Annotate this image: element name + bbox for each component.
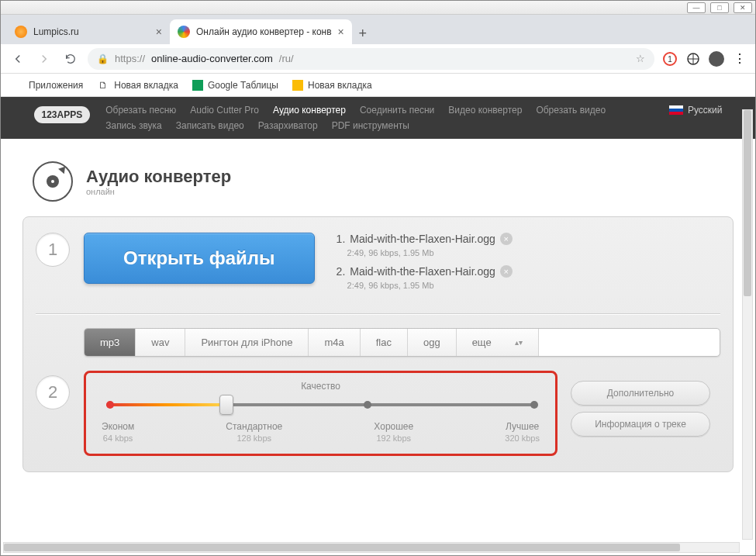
window-minimize-button[interactable]: — (687, 2, 706, 13)
favicon-icon (178, 26, 190, 38)
svg-point-5 (51, 180, 54, 183)
nav-link[interactable]: Соединить песни (360, 105, 434, 116)
format-tab-ogg[interactable]: ogg (408, 329, 457, 356)
window-close-button[interactable]: ✕ (734, 2, 752, 13)
nav-link[interactable]: Обрезать видео (536, 105, 606, 116)
tab-close-icon[interactable]: × (338, 26, 344, 38)
file-index: 1. (337, 233, 346, 245)
back-button[interactable] (9, 50, 27, 68)
flag-icon (669, 105, 683, 115)
nav-link[interactable]: Записать видео (176, 120, 244, 131)
quality-title: Качество (102, 381, 540, 392)
quality-level: Стандартное128 kbps (226, 421, 282, 443)
sheets-icon (192, 80, 203, 91)
page-icon (292, 80, 303, 91)
forward-button[interactable] (35, 50, 54, 68)
star-icon[interactable]: ☆ (636, 53, 645, 64)
disc-icon (32, 161, 74, 202)
slider-tick (106, 401, 114, 409)
remove-file-icon[interactable]: × (500, 233, 513, 245)
vertical-scrollbar[interactable] (742, 109, 753, 540)
quality-selector: Качество Эконом64 kbps Стандартное128 kb… (84, 371, 558, 456)
format-tab-wav[interactable]: wav (136, 329, 185, 356)
open-files-button[interactable]: Открыть файлы (84, 233, 315, 284)
nav-link[interactable]: Audio Cutter Pro (190, 105, 259, 116)
step-number: 1 (36, 233, 70, 267)
lock-icon: 🔒 (97, 54, 109, 64)
bookmark-label: Новая вкладка (114, 80, 178, 91)
window-maximize-button[interactable]: □ (710, 2, 729, 13)
svg-text:1: 1 (668, 55, 672, 64)
file-item: 1. Maid-with-the-Flaxen-Hair.ogg × 2:49,… (337, 233, 513, 257)
bookmark-item[interactable]: Новая вкладка (292, 80, 372, 91)
nav-link[interactable]: Запись звука (105, 120, 162, 131)
advanced-button[interactable]: Дополнительно (571, 381, 710, 406)
new-tab-button[interactable]: + (352, 22, 374, 44)
scrollbar-thumb[interactable] (744, 110, 751, 296)
address-bar[interactable]: 🔒 https://online-audio-converter.com/ru/… (88, 48, 654, 70)
slider-tick (530, 401, 538, 409)
site-header: 123APPS Обрезать песню Audio Cutter Pro … (1, 97, 755, 139)
quality-slider[interactable] (106, 399, 535, 410)
browser-tab[interactable]: Онлайн аудио конвертер - конв × (170, 19, 352, 44)
browser-tab-strip: Lumpics.ru × Онлайн аудио конвертер - ко… (1, 15, 755, 44)
site-logo[interactable]: 123APPS (34, 106, 91, 123)
file-index: 2. (337, 265, 346, 278)
language-selector[interactable]: Русский (669, 105, 723, 116)
main-panel: 1 Открыть файлы 1. Maid-with-the-Flaxen-… (22, 216, 734, 472)
format-tab-m4a[interactable]: m4a (309, 329, 360, 356)
bookmark-label: Google Таблицы (208, 80, 278, 91)
quality-level: Эконом64 kbps (102, 421, 134, 443)
nav-link[interactable]: Видео конвертер (448, 105, 522, 116)
nav-link[interactable]: Аудио конвертер (273, 105, 346, 116)
format-tab-ringtone[interactable]: Рингтон для iPhone (185, 329, 309, 356)
profile-avatar[interactable] (709, 51, 724, 67)
quality-level: Лучшее320 kbps (505, 421, 540, 443)
slider-tick (364, 401, 371, 409)
slider-handle[interactable] (219, 395, 233, 415)
format-tabs: mp3 wav Рингтон для iPhone m4a flac ogg … (84, 328, 720, 357)
tab-title: Lumpics.ru (33, 26, 79, 37)
file-item: 2. Maid-with-the-Flaxen-Hair.ogg × 2:49,… (337, 265, 513, 290)
apps-grid-icon (12, 79, 24, 92)
page-icon: 🗋 (97, 79, 109, 92)
slider-fill (106, 403, 226, 406)
page-header: Аудио конвертер онлайн (1, 139, 755, 216)
track-info-button[interactable]: Информация о треке (571, 412, 710, 437)
url-path: /ru/ (279, 53, 294, 64)
bookmark-item[interactable]: Google Таблицы (192, 80, 278, 91)
tab-close-icon[interactable]: × (156, 26, 162, 38)
bookmarks-bar: Приложения 🗋 Новая вкладка Google Таблиц… (1, 74, 755, 97)
file-list: 1. Maid-with-the-Flaxen-Hair.ogg × 2:49,… (337, 233, 513, 298)
nav-link[interactable]: Обрезать песню (105, 105, 176, 116)
file-meta: 2:49, 96 kbps, 1.95 Mb (347, 248, 513, 257)
step-1: 1 Открыть файлы 1. Maid-with-the-Flaxen-… (36, 233, 720, 298)
remove-file-icon[interactable]: × (500, 265, 513, 278)
extension-icon[interactable] (685, 51, 701, 67)
browser-tab[interactable]: Lumpics.ru × (7, 19, 170, 44)
url-host: online-audio-converter.com (151, 53, 273, 64)
menu-button[interactable]: ⋮ (732, 51, 747, 67)
language-label: Русский (688, 105, 723, 116)
tab-title: Онлайн аудио конвертер - конв (196, 26, 332, 37)
nav-link[interactable]: Разархиватор (258, 120, 318, 131)
bookmark-apps[interactable]: Приложения (12, 79, 83, 92)
format-tab-flac[interactable]: flac (361, 329, 408, 356)
extension-icon[interactable]: 1 (662, 51, 678, 67)
bookmark-item[interactable]: 🗋 Новая вкладка (97, 79, 178, 92)
step-number: 2 (36, 375, 70, 409)
bookmark-label: Новая вкладка (308, 80, 372, 91)
file-name: Maid-with-the-Flaxen-Hair.ogg (350, 265, 495, 278)
page-subtitle: онлайн (86, 187, 231, 196)
format-tab-mp3[interactable]: mp3 (85, 329, 136, 356)
page-title: Аудио конвертер (86, 167, 231, 187)
scrollbar-thumb[interactable] (4, 544, 680, 551)
nav-link[interactable]: PDF инструменты (332, 120, 409, 131)
reload-button[interactable] (61, 50, 80, 68)
file-name: Maid-with-the-Flaxen-Hair.ogg (350, 233, 495, 245)
format-tab-more[interactable]: еще▴▾ (457, 329, 539, 356)
site-nav: Обрезать песню Audio Cutter Pro Аудио ко… (105, 105, 669, 131)
horizontal-scrollbar[interactable] (3, 542, 740, 553)
file-meta: 2:49, 96 kbps, 1.95 Mb (347, 281, 513, 290)
chevron-updown-icon: ▴▾ (515, 338, 523, 347)
